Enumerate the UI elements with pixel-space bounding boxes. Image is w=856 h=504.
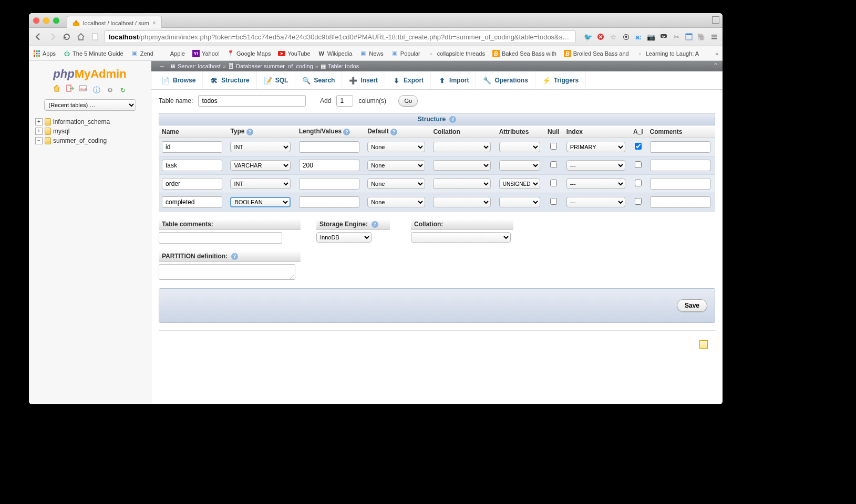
column-null-checkbox[interactable]: [550, 180, 557, 186]
tab-browse[interactable]: 📄Browse: [154, 71, 203, 89]
column-ai-checkbox[interactable]: [635, 161, 642, 168]
window-icon[interactable]: [685, 33, 693, 41]
column-collation-select[interactable]: [433, 142, 491, 152]
db-node[interactable]: + mysql: [33, 127, 147, 136]
help-icon[interactable]: ?: [343, 129, 350, 135]
chrome-menu-button[interactable]: [710, 33, 718, 41]
tab-search[interactable]: 🔍Search: [295, 71, 342, 89]
column-type-select[interactable]: INT: [230, 142, 291, 152]
column-index-select[interactable]: ---: [566, 178, 625, 189]
storage-engine-select[interactable]: InnoDB: [316, 232, 372, 243]
help-icon[interactable]: ?: [246, 129, 253, 135]
twitter-icon[interactable]: 🐦: [584, 33, 592, 41]
forward-button[interactable]: [47, 32, 58, 42]
star-icon[interactable]: ☆: [609, 33, 617, 41]
column-null-checkbox[interactable]: [550, 198, 557, 205]
evernote-icon[interactable]: 🐘: [697, 33, 706, 41]
help-icon[interactable]: ?: [449, 116, 456, 123]
column-name-input[interactable]: [162, 160, 222, 171]
column-type-select[interactable]: VARCHAR: [230, 160, 291, 171]
collapse-icon[interactable]: −: [35, 137, 43, 144]
docs-icon[interactable]: ⓘ: [92, 86, 101, 94]
logout-icon[interactable]: [66, 84, 74, 92]
add-columns-input[interactable]: [336, 95, 353, 107]
db-node[interactable]: + information_schema: [33, 117, 147, 127]
browser-tab[interactable]: localhost / localhost / sum ×: [67, 16, 162, 28]
table-name-input[interactable]: [198, 95, 306, 107]
expand-icon[interactable]: +: [35, 128, 43, 135]
breadcrumb-database[interactable]: Database: summer_of_coding: [236, 63, 313, 69]
tab-triggers[interactable]: ⚡Triggers: [535, 71, 586, 89]
tab-operations[interactable]: 🔧Operations: [476, 71, 535, 89]
edit-inline-icon[interactable]: [699, 340, 708, 349]
table-comments-input[interactable]: [159, 232, 282, 244]
bookmark-item[interactable]: 📍Google Maps: [227, 50, 271, 57]
bookmark-item[interactable]: WWikipedia: [318, 50, 353, 57]
pocket-icon[interactable]: [659, 33, 668, 41]
column-name-input[interactable]: [162, 196, 222, 208]
column-default-select[interactable]: None: [367, 142, 425, 152]
column-attributes-select[interactable]: [499, 197, 540, 207]
column-collation-select[interactable]: [433, 197, 491, 207]
column-attributes-select[interactable]: UNSIGNED: [499, 178, 540, 189]
column-index-select[interactable]: PRIMARY: [566, 142, 625, 152]
breadcrumb-table[interactable]: Table: todos: [328, 63, 359, 69]
amazon-icon[interactable]: a:: [634, 33, 643, 41]
column-comments-input[interactable]: [650, 141, 710, 153]
camera-icon[interactable]: 📷: [647, 33, 655, 41]
column-attributes-select[interactable]: [499, 160, 540, 171]
column-default-select[interactable]: None: [367, 178, 425, 189]
column-comments-input[interactable]: [650, 196, 710, 208]
panel-toggle-button[interactable]: ⌃: [713, 62, 718, 69]
column-type-select[interactable]: BOOLEAN: [230, 197, 291, 207]
bookmark-item[interactable]: ▫Learning to Laugh: A: [636, 50, 699, 57]
column-collation-select[interactable]: [433, 178, 491, 189]
home-button[interactable]: [76, 32, 86, 42]
column-length-input[interactable]: [299, 160, 359, 171]
bookmark-item[interactable]: YouTube: [278, 50, 310, 57]
bookmark-item[interactable]: Y!Yahoo!: [192, 50, 220, 57]
column-attributes-select[interactable]: [499, 142, 540, 152]
help-icon[interactable]: ?: [231, 253, 238, 260]
tab-import[interactable]: ⬆Import: [431, 71, 476, 89]
column-index-select[interactable]: ---: [566, 160, 625, 171]
column-length-input[interactable]: [299, 178, 359, 190]
help-icon[interactable]: ?: [390, 129, 397, 135]
column-null-checkbox[interactable]: [550, 161, 557, 168]
back-button[interactable]: [33, 32, 44, 42]
window-minimize-button[interactable]: [43, 17, 49, 24]
bookmark-item[interactable]: ⏻The 5 Minute Guide: [63, 50, 123, 57]
db-node[interactable]: − summer_of_coding: [33, 136, 147, 145]
apps-button[interactable]: Apps: [33, 50, 56, 57]
column-ai-checkbox[interactable]: [635, 143, 642, 150]
expand-icon[interactable]: +: [35, 118, 43, 125]
settings-icon[interactable]: ⚙: [106, 87, 114, 95]
partition-textarea[interactable]: [159, 264, 295, 280]
reload-button[interactable]: [61, 32, 72, 42]
collapse-panel-button[interactable]: ←: [157, 62, 168, 70]
column-default-select[interactable]: None: [367, 197, 425, 207]
column-length-input[interactable]: [299, 196, 359, 208]
column-comments-input[interactable]: [650, 160, 710, 171]
tab-close-button[interactable]: ×: [152, 20, 156, 26]
sql-icon[interactable]: SQL: [79, 84, 87, 92]
tab-export[interactable]: ⬇Export: [385, 71, 431, 89]
extension-icon-1[interactable]: ⦿: [622, 33, 630, 41]
column-index-select[interactable]: ---: [566, 197, 625, 207]
tab-insert[interactable]: ➕Insert: [342, 71, 385, 89]
scissors-icon[interactable]: ✂: [672, 33, 680, 41]
column-default-select[interactable]: None: [367, 160, 425, 171]
column-ai-checkbox[interactable]: [635, 180, 642, 186]
column-name-input[interactable]: [162, 178, 222, 190]
help-icon[interactable]: ?: [372, 221, 378, 228]
tab-sql[interactable]: 📝SQL: [257, 71, 296, 89]
bookmarks-overflow-button[interactable]: »: [715, 50, 718, 57]
save-button[interactable]: Save: [677, 299, 707, 312]
reload-icon[interactable]: ↻: [119, 87, 127, 95]
bookmark-item[interactable]: ▣News: [359, 50, 384, 57]
bookmark-item[interactable]: ▫collapsible threads: [428, 50, 485, 57]
adblock-icon[interactable]: [596, 33, 605, 41]
window-zoom-button[interactable]: [53, 17, 59, 24]
bookmark-item[interactable]: BBroiled Sea Bass and: [564, 50, 629, 57]
column-comments-input[interactable]: [650, 178, 710, 190]
